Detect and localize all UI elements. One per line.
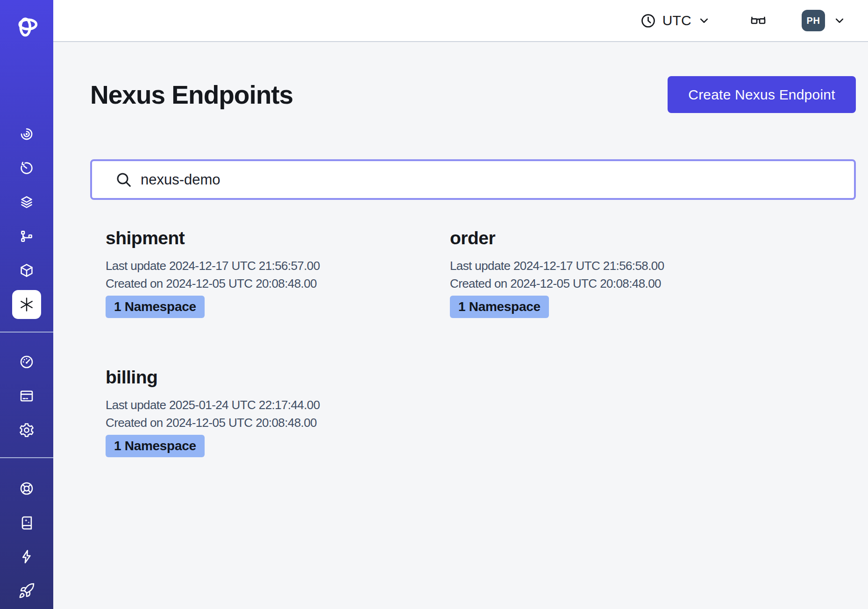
sidebar-item-docs[interactable] xyxy=(0,505,53,539)
glasses-icon xyxy=(747,11,769,30)
timezone-label: UTC xyxy=(662,13,691,28)
endpoint-created: Created on 2024-12-05 UTC 20:08:48.00 xyxy=(450,275,765,292)
page-title: Nexus Endpoints xyxy=(90,80,293,110)
namespace-badge: 1 Namespace xyxy=(106,296,205,318)
endpoint-last-update: Last update 2024-12-17 UTC 21:56:58.00 xyxy=(450,257,765,275)
endpoint-name: billing xyxy=(106,367,420,388)
timezone-selector[interactable]: UTC xyxy=(640,12,711,29)
timer-icon xyxy=(18,160,35,177)
gear-icon xyxy=(18,422,35,439)
endpoint-name: shipment xyxy=(106,228,420,248)
home-logo-button[interactable] xyxy=(13,12,40,39)
sidebar-item-namespaces[interactable] xyxy=(0,253,53,287)
sidebar-item-schedules[interactable] xyxy=(0,151,53,185)
search-icon xyxy=(114,170,133,189)
search-input[interactable] xyxy=(90,159,856,200)
avatar: PH xyxy=(802,10,825,31)
endpoint-list: shipment Last update 2024-12-17 UTC 21:5… xyxy=(90,228,856,457)
sidebar-item-settings[interactable] xyxy=(0,413,53,447)
chevron-down-icon xyxy=(697,14,711,28)
sidebar-divider xyxy=(0,332,53,333)
endpoint-created: Created on 2024-12-05 UTC 20:08:48.00 xyxy=(106,275,420,292)
chevron-down-icon xyxy=(832,14,847,28)
search-bar xyxy=(90,159,856,200)
lightning-icon xyxy=(18,548,35,565)
sidebar-nav-help xyxy=(0,471,53,608)
endpoint-card-shipment[interactable]: shipment Last update 2024-12-17 UTC 21:5… xyxy=(90,228,434,318)
namespace-badge: 1 Namespace xyxy=(106,435,205,457)
sidebar-nav-account xyxy=(0,345,53,447)
sidebar-item-nexus[interactable] xyxy=(0,287,53,321)
cube-icon xyxy=(18,262,35,279)
sidebar-item-workflows[interactable] xyxy=(0,117,53,151)
endpoint-created: Created on 2024-12-05 UTC 20:08:48.00 xyxy=(106,414,420,432)
user-menu[interactable]: PH xyxy=(802,10,847,31)
layers-icon xyxy=(18,194,35,211)
rocket-icon xyxy=(18,582,35,599)
sidebar-item-deployments[interactable] xyxy=(0,185,53,219)
endpoint-last-update: Last update 2024-12-17 UTC 21:56:57.00 xyxy=(106,257,420,275)
lifebuoy-icon xyxy=(18,480,35,497)
endpoint-card-billing[interactable]: billing Last update 2025-01-24 UTC 22:17… xyxy=(90,367,434,457)
endpoint-name: order xyxy=(450,228,765,248)
sidebar-item-getting-started[interactable] xyxy=(0,574,53,608)
main-content: Nexus Endpoints Create Nexus Endpoint sh… xyxy=(53,43,868,609)
sidebar-item-batch-operations[interactable] xyxy=(0,219,53,253)
nexus-asterisk-icon xyxy=(12,290,41,319)
endpoint-last-update: Last update 2025-01-24 UTC 22:17:44.00 xyxy=(106,396,420,414)
sidebar-item-billing[interactable] xyxy=(0,379,53,413)
clock-icon xyxy=(640,12,657,29)
sidebar xyxy=(0,0,53,609)
branch-icon xyxy=(18,228,35,245)
workflows-spiral-icon xyxy=(18,126,35,142)
endpoint-card-order[interactable]: order Last update 2024-12-17 UTC 21:56:5… xyxy=(434,228,779,318)
sidebar-item-usage[interactable] xyxy=(0,345,53,379)
sidebar-nav-primary xyxy=(0,117,53,321)
create-nexus-endpoint-button[interactable]: Create Nexus Endpoint xyxy=(668,76,856,113)
sidebar-divider xyxy=(0,457,53,458)
namespace-badge: 1 Namespace xyxy=(450,296,549,318)
page-header: Nexus Endpoints Create Nexus Endpoint xyxy=(90,76,856,113)
sidebar-item-feedback[interactable] xyxy=(0,539,53,574)
gauge-icon xyxy=(18,354,35,370)
topbar: UTC PH xyxy=(53,0,868,42)
credit-card-icon xyxy=(18,388,35,404)
book-sparkles-icon xyxy=(18,514,35,531)
labs-toggle-button[interactable] xyxy=(747,11,769,30)
temporal-logo-icon xyxy=(14,13,40,39)
sidebar-item-support[interactable] xyxy=(0,471,53,505)
